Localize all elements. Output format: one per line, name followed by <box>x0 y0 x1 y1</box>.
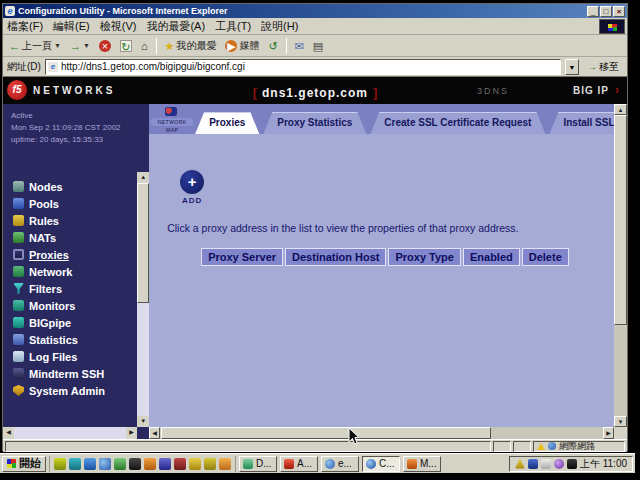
sidebar-item-statistics[interactable]: Statistics <box>13 331 135 348</box>
column-destination-host[interactable]: Destination Host <box>285 248 386 266</box>
sidebar-item-nodes[interactable]: Nodes <box>13 178 135 195</box>
maximize-button[interactable]: □ <box>600 6 612 17</box>
tab-proxies[interactable]: Proxies <box>195 112 259 134</box>
sidebar-item-nats[interactable]: NATs <box>13 229 135 246</box>
address-input[interactable]: e http://dns1.getop.com/bigipgui/bigconf… <box>45 59 561 75</box>
back-icon: ← <box>9 40 20 52</box>
menu-view[interactable]: 檢視(V) <box>100 19 137 34</box>
tray-display-icon[interactable] <box>541 459 551 469</box>
quick-launch-icon[interactable] <box>54 458 66 470</box>
menu-tools[interactable]: 工具(T) <box>215 19 251 34</box>
tray-network-icon[interactable] <box>528 459 538 469</box>
stop-button[interactable]: × <box>96 37 114 55</box>
scroll-left-icon[interactable]: ◀ <box>3 427 14 439</box>
home-button[interactable]: ⌂ <box>138 37 151 55</box>
add-icon[interactable]: + <box>180 170 204 194</box>
tray-ime-icon[interactable] <box>554 459 564 469</box>
sidebar-item-mindterm[interactable]: Mindterm SSH <box>13 365 135 382</box>
quick-launch-icon[interactable] <box>69 458 81 470</box>
menu-help[interactable]: 說明(H) <box>261 19 298 34</box>
favorites-button[interactable]: ★ 我的最愛 <box>162 37 220 55</box>
scrollbar-thumb[interactable] <box>614 115 627 325</box>
security-zone-pane: 網際網路 <box>533 441 625 452</box>
scroll-down-icon[interactable]: ▼ <box>614 416 627 427</box>
close-button[interactable]: × <box>613 6 625 17</box>
menu-edit[interactable]: 編輯(E) <box>53 19 90 34</box>
back-button[interactable]: ← 上一頁 ▼ <box>6 37 64 55</box>
task-button-2[interactable]: A... <box>280 456 318 472</box>
quick-launch-icon[interactable] <box>84 458 96 470</box>
work-area: Active Mon Sep 2 11:09:28 CST 2002 uptim… <box>3 104 627 439</box>
network-map-icon <box>165 107 177 116</box>
quick-launch-icon[interactable] <box>144 458 156 470</box>
tab-install-ssl-cert[interactable]: Install SSL Certificate <box>549 112 614 134</box>
sidebar-item-sysadmin[interactable]: System Admin <box>13 382 135 399</box>
sidebar-item-bigpipe[interactable]: BIGpipe <box>13 314 135 331</box>
content-horizontal-scrollbar[interactable]: ◀ ▶ <box>149 427 614 439</box>
internet-explorer-icon[interactable] <box>99 458 111 470</box>
sidebar-horizontal-scrollbar[interactable]: ◀ ▶ <box>3 427 137 439</box>
monitors-icon <box>13 300 24 311</box>
task-button-config-utility[interactable]: C... <box>362 456 400 472</box>
network-map-button[interactable]: NETWORK MAP <box>149 104 195 134</box>
menu-favorites[interactable]: 我的最愛(A) <box>146 19 205 34</box>
quick-launch-icon[interactable] <box>129 458 141 470</box>
forward-button[interactable]: → ▼ <box>67 37 93 55</box>
tab-proxy-statistics[interactable]: Proxy Statistics <box>263 112 366 134</box>
scroll-right-icon[interactable]: ▶ <box>126 427 137 439</box>
scroll-left-icon[interactable]: ◀ <box>149 427 160 439</box>
status-state: Active <box>11 110 149 122</box>
back-dropdown-icon[interactable]: ▼ <box>54 42 61 49</box>
tab-create-ssl-cert-request[interactable]: Create SSL Certificate Request <box>370 112 545 134</box>
sidebar-item-proxies[interactable]: Proxies <box>13 246 135 263</box>
task-button-3[interactable]: e... <box>321 456 359 472</box>
quick-launch-icon[interactable] <box>189 458 201 470</box>
browser-window: e Configuration Utility - Microsoft Inte… <box>2 3 628 451</box>
nav-bigip[interactable]: BIG IP <box>573 85 609 96</box>
sidebar-item-logfiles[interactable]: Log Files <box>13 348 135 365</box>
mail-button[interactable]: ✉ <box>292 37 307 55</box>
quick-launch-icon[interactable] <box>114 458 126 470</box>
tray-volume-icon[interactable] <box>567 459 577 469</box>
sidebar-vertical-scrollbar[interactable]: ▲ ▼ <box>137 172 149 427</box>
column-proxy-type[interactable]: Proxy Type <box>388 248 461 266</box>
quick-launch-icon[interactable] <box>219 458 231 470</box>
refresh-button[interactable]: ↻ <box>117 37 135 55</box>
start-button[interactable]: 開始 <box>2 456 46 472</box>
content-vertical-scrollbar[interactable]: ▲ ▼ <box>614 104 627 439</box>
task-button-1[interactable]: D... <box>239 456 277 472</box>
nav-3dns[interactable]: 3DNS <box>477 86 509 96</box>
menu-file[interactable]: 檔案(F) <box>7 19 43 34</box>
print-button[interactable]: ▤ <box>310 37 326 55</box>
quick-launch-icon[interactable] <box>159 458 171 470</box>
sidebar-item-monitors[interactable]: Monitors <box>13 297 135 314</box>
scrollbar-thumb[interactable] <box>161 427 491 439</box>
tray-alert-icon[interactable] <box>515 459 525 469</box>
minimize-button[interactable]: _ <box>587 6 599 17</box>
forward-dropdown-icon[interactable]: ▼ <box>83 42 90 49</box>
sidebar-item-pools[interactable]: Pools <box>13 195 135 212</box>
quick-launch-icon[interactable] <box>204 458 216 470</box>
column-delete[interactable]: Delete <box>522 248 569 266</box>
sidebar-item-network[interactable]: Network <box>13 263 135 280</box>
task-button-5[interactable]: M... <box>403 456 441 472</box>
add-proxy-button[interactable]: + ADD <box>169 170 215 205</box>
quick-launch-icon[interactable] <box>174 458 186 470</box>
history-button[interactable]: ↺ <box>265 37 280 55</box>
sidebar-item-rules[interactable]: Rules <box>13 212 135 229</box>
refresh-icon: ↻ <box>120 40 132 52</box>
system-admin-icon <box>13 385 24 396</box>
scrollbar-thumb[interactable] <box>137 183 149 303</box>
scroll-up-icon[interactable]: ▲ <box>614 104 627 115</box>
scroll-down-icon[interactable]: ▼ <box>137 416 149 427</box>
address-dropdown-icon[interactable]: ▼ <box>565 59 579 75</box>
scroll-up-icon[interactable]: ▲ <box>137 172 149 183</box>
sidebar-item-filters[interactable]: Filters <box>13 280 135 297</box>
go-button[interactable]: → 移至 <box>583 58 623 75</box>
toolbar-separator <box>156 38 157 54</box>
log-files-icon <box>13 351 24 362</box>
column-enabled[interactable]: Enabled <box>463 248 520 266</box>
column-proxy-server[interactable]: Proxy Server <box>201 248 283 266</box>
scroll-right-icon[interactable]: ▶ <box>603 427 614 439</box>
media-button[interactable]: ▶ 媒體 <box>222 37 262 55</box>
